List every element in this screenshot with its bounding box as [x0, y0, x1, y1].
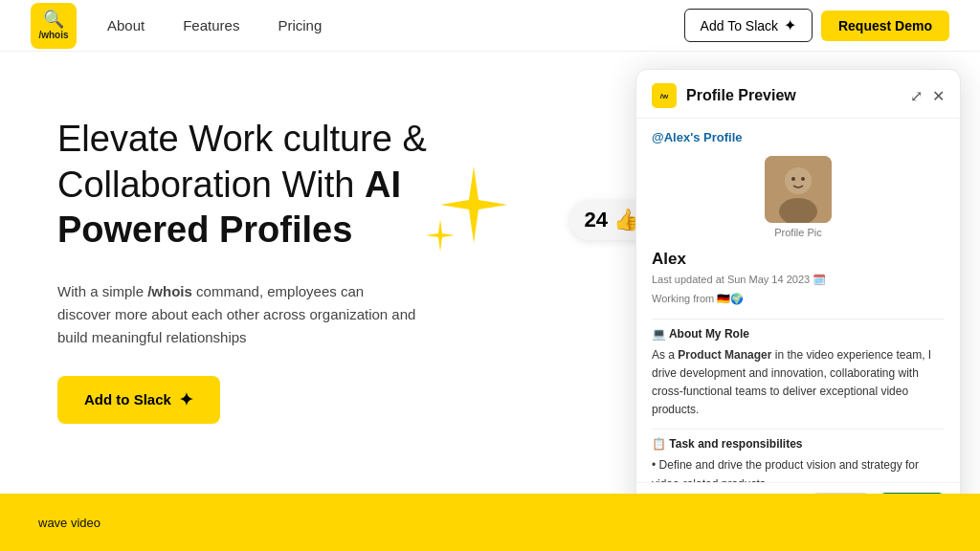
bottom-bar-text: wave video	[38, 516, 100, 530]
divider-2	[652, 429, 945, 430]
hero-subtitle: With a simple /whois command, employees …	[57, 280, 421, 349]
request-demo-button[interactable]: Request Demo	[821, 11, 949, 41]
slack-hero-icon: ✦	[179, 389, 193, 410]
about-role-heading: 💻 About My Role	[652, 327, 945, 341]
profile-username: @Alex's Profile	[652, 130, 945, 144]
profile-pic-label: Profile Pic	[774, 227, 822, 238]
sparkle-decoration	[421, 157, 507, 266]
hero-title: Elevate Work culture & Collaboration Wit…	[57, 117, 459, 253]
logo-text: /whois	[38, 30, 68, 41]
profile-preview-card: /w Profile Preview ⤢ ✕ @Alex's Profile	[635, 69, 961, 533]
hero-add-slack-button[interactable]: Add to Slack ✦	[57, 376, 220, 424]
hero-section: Elevate Work culture & Collaboration Wit…	[0, 52, 980, 494]
card-title: Profile Preview	[686, 87, 910, 104]
divider	[652, 319, 945, 320]
tasks-heading: 📋 Task and responsibilites	[652, 437, 945, 451]
reaction-count: 24	[585, 208, 608, 232]
nav-features[interactable]: Features	[183, 17, 239, 33]
card-logo: /w	[652, 83, 677, 108]
profile-meta: Last updated at Sun May 14 2023 🗓️ Worki…	[652, 271, 945, 309]
nav-about[interactable]: About	[107, 17, 145, 33]
svg-point-1	[785, 167, 812, 194]
bottom-bar: wave video	[0, 494, 980, 551]
username-highlight: @Alex	[652, 130, 690, 144]
profile-picture-section: Profile Pic	[652, 156, 945, 238]
nav-pricing[interactable]: Pricing	[278, 17, 322, 33]
external-link-icon: ⤢	[910, 88, 923, 104]
card-header: /w Profile Preview ⤢ ✕	[636, 70, 960, 119]
add-to-slack-button[interactable]: Add To Slack ✦	[684, 9, 813, 42]
card-body: @Alex's Profile Profile Pic	[636, 119, 960, 482]
profile-name: Alex	[652, 250, 945, 269]
nav-links: About Features Pricing	[107, 17, 322, 33]
profile-picture	[765, 156, 832, 223]
hero-slack-label: Add to Slack	[84, 391, 171, 408]
card-action-buttons: ⤢ ✕	[910, 87, 945, 105]
close-icon: ✕	[932, 88, 945, 104]
close-button[interactable]: ✕	[932, 87, 945, 105]
about-role-content: As a Product Manager in the video experi…	[652, 346, 945, 420]
navigation: 🔍 /whois About Features Pricing Add To S…	[0, 0, 980, 52]
tasks-content: • Define and drive the product vision an…	[652, 456, 945, 482]
add-slack-label: Add To Slack	[701, 18, 778, 33]
external-link-button[interactable]: ⤢	[910, 87, 923, 105]
slack-icon: ✦	[784, 16, 796, 34]
logo[interactable]: 🔍 /whois	[31, 3, 77, 49]
svg-point-3	[791, 177, 795, 181]
svg-point-4	[801, 177, 805, 181]
